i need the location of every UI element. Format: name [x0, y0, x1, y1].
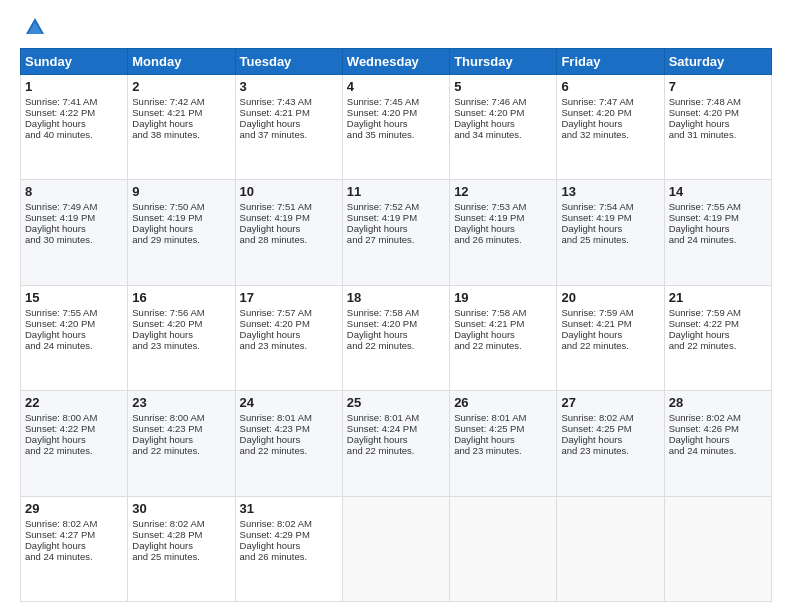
- sunset-label: Sunset: 4:21 PM: [454, 318, 524, 329]
- sunset-label: Sunset: 4:21 PM: [132, 107, 202, 118]
- sunrise-label: Sunrise: 7:50 AM: [132, 201, 204, 212]
- daylight-duration: and 22 minutes.: [669, 340, 737, 351]
- daylight-label: Daylight hours: [347, 329, 408, 340]
- daylight-duration: and 25 minutes.: [561, 234, 629, 245]
- day-number: 3: [240, 79, 338, 94]
- daylight-duration: and 25 minutes.: [132, 551, 200, 562]
- calendar-header-monday: Monday: [128, 49, 235, 75]
- calendar-cell: 21 Sunrise: 7:59 AM Sunset: 4:22 PM Dayl…: [664, 285, 771, 390]
- sunset-label: Sunset: 4:20 PM: [347, 107, 417, 118]
- calendar-cell: 1 Sunrise: 7:41 AM Sunset: 4:22 PM Dayli…: [21, 75, 128, 180]
- day-number: 25: [347, 395, 445, 410]
- daylight-duration: and 24 minutes.: [25, 340, 93, 351]
- sunset-label: Sunset: 4:19 PM: [240, 212, 310, 223]
- calendar-cell: 6 Sunrise: 7:47 AM Sunset: 4:20 PM Dayli…: [557, 75, 664, 180]
- day-number: 2: [132, 79, 230, 94]
- calendar-header-friday: Friday: [557, 49, 664, 75]
- calendar-cell: 14 Sunrise: 7:55 AM Sunset: 4:19 PM Dayl…: [664, 180, 771, 285]
- sunrise-label: Sunrise: 8:02 AM: [25, 518, 97, 529]
- day-number: 9: [132, 184, 230, 199]
- sunrise-label: Sunrise: 7:57 AM: [240, 307, 312, 318]
- sunset-label: Sunset: 4:19 PM: [454, 212, 524, 223]
- sunset-label: Sunset: 4:20 PM: [347, 318, 417, 329]
- calendar-cell: 13 Sunrise: 7:54 AM Sunset: 4:19 PM Dayl…: [557, 180, 664, 285]
- sunrise-label: Sunrise: 8:01 AM: [454, 412, 526, 423]
- daylight-duration: and 26 minutes.: [454, 234, 522, 245]
- sunrise-label: Sunrise: 7:59 AM: [669, 307, 741, 318]
- calendar-cell: 31 Sunrise: 8:02 AM Sunset: 4:29 PM Dayl…: [235, 496, 342, 601]
- calendar-header-sunday: Sunday: [21, 49, 128, 75]
- sunset-label: Sunset: 4:22 PM: [669, 318, 739, 329]
- sunrise-label: Sunrise: 7:51 AM: [240, 201, 312, 212]
- sunrise-label: Sunrise: 8:00 AM: [25, 412, 97, 423]
- daylight-label: Daylight hours: [240, 540, 301, 551]
- calendar-cell: 8 Sunrise: 7:49 AM Sunset: 4:19 PM Dayli…: [21, 180, 128, 285]
- calendar-cell: 22 Sunrise: 8:00 AM Sunset: 4:22 PM Dayl…: [21, 391, 128, 496]
- daylight-label: Daylight hours: [132, 329, 193, 340]
- sunset-label: Sunset: 4:19 PM: [561, 212, 631, 223]
- daylight-duration: and 23 minutes.: [132, 340, 200, 351]
- sunrise-label: Sunrise: 7:54 AM: [561, 201, 633, 212]
- calendar-week-row: 22 Sunrise: 8:00 AM Sunset: 4:22 PM Dayl…: [21, 391, 772, 496]
- daylight-label: Daylight hours: [25, 118, 86, 129]
- day-number: 24: [240, 395, 338, 410]
- calendar-cell: [664, 496, 771, 601]
- day-number: 23: [132, 395, 230, 410]
- calendar-cell: 12 Sunrise: 7:53 AM Sunset: 4:19 PM Dayl…: [450, 180, 557, 285]
- day-number: 29: [25, 501, 123, 516]
- daylight-duration: and 30 minutes.: [25, 234, 93, 245]
- calendar-header-tuesday: Tuesday: [235, 49, 342, 75]
- daylight-duration: and 22 minutes.: [240, 445, 308, 456]
- sunrise-label: Sunrise: 7:43 AM: [240, 96, 312, 107]
- sunrise-label: Sunrise: 7:55 AM: [25, 307, 97, 318]
- day-number: 5: [454, 79, 552, 94]
- daylight-label: Daylight hours: [240, 434, 301, 445]
- calendar-cell: 10 Sunrise: 7:51 AM Sunset: 4:19 PM Dayl…: [235, 180, 342, 285]
- logo-icon: [24, 16, 46, 38]
- sunrise-label: Sunrise: 7:42 AM: [132, 96, 204, 107]
- sunrise-label: Sunrise: 7:45 AM: [347, 96, 419, 107]
- daylight-duration: and 24 minutes.: [25, 551, 93, 562]
- day-number: 28: [669, 395, 767, 410]
- daylight-duration: and 28 minutes.: [240, 234, 308, 245]
- daylight-label: Daylight hours: [132, 434, 193, 445]
- daylight-duration: and 23 minutes.: [454, 445, 522, 456]
- calendar-cell: 16 Sunrise: 7:56 AM Sunset: 4:20 PM Dayl…: [128, 285, 235, 390]
- day-number: 11: [347, 184, 445, 199]
- day-number: 12: [454, 184, 552, 199]
- daylight-label: Daylight hours: [454, 329, 515, 340]
- sunrise-label: Sunrise: 8:01 AM: [347, 412, 419, 423]
- sunset-label: Sunset: 4:19 PM: [347, 212, 417, 223]
- page: SundayMondayTuesdayWednesdayThursdayFrid…: [0, 0, 792, 612]
- daylight-duration: and 27 minutes.: [347, 234, 415, 245]
- calendar-cell: 9 Sunrise: 7:50 AM Sunset: 4:19 PM Dayli…: [128, 180, 235, 285]
- calendar-cell: 5 Sunrise: 7:46 AM Sunset: 4:20 PM Dayli…: [450, 75, 557, 180]
- sunset-label: Sunset: 4:20 PM: [669, 107, 739, 118]
- daylight-label: Daylight hours: [25, 329, 86, 340]
- daylight-duration: and 31 minutes.: [669, 129, 737, 140]
- calendar-week-row: 8 Sunrise: 7:49 AM Sunset: 4:19 PM Dayli…: [21, 180, 772, 285]
- calendar-week-row: 1 Sunrise: 7:41 AM Sunset: 4:22 PM Dayli…: [21, 75, 772, 180]
- calendar-cell: 3 Sunrise: 7:43 AM Sunset: 4:21 PM Dayli…: [235, 75, 342, 180]
- sunrise-label: Sunrise: 7:47 AM: [561, 96, 633, 107]
- daylight-label: Daylight hours: [347, 434, 408, 445]
- sunrise-label: Sunrise: 7:53 AM: [454, 201, 526, 212]
- daylight-duration: and 22 minutes.: [347, 340, 415, 351]
- daylight-label: Daylight hours: [561, 434, 622, 445]
- daylight-label: Daylight hours: [25, 434, 86, 445]
- daylight-label: Daylight hours: [240, 223, 301, 234]
- daylight-duration: and 22 minutes.: [454, 340, 522, 351]
- calendar-cell: [450, 496, 557, 601]
- daylight-label: Daylight hours: [454, 118, 515, 129]
- sunset-label: Sunset: 4:19 PM: [25, 212, 95, 223]
- sunset-label: Sunset: 4:21 PM: [561, 318, 631, 329]
- day-number: 22: [25, 395, 123, 410]
- daylight-duration: and 29 minutes.: [132, 234, 200, 245]
- calendar-cell: 26 Sunrise: 8:01 AM Sunset: 4:25 PM Dayl…: [450, 391, 557, 496]
- day-number: 1: [25, 79, 123, 94]
- sunset-label: Sunset: 4:27 PM: [25, 529, 95, 540]
- sunset-label: Sunset: 4:22 PM: [25, 423, 95, 434]
- day-number: 27: [561, 395, 659, 410]
- calendar-cell: 30 Sunrise: 8:02 AM Sunset: 4:28 PM Dayl…: [128, 496, 235, 601]
- day-number: 6: [561, 79, 659, 94]
